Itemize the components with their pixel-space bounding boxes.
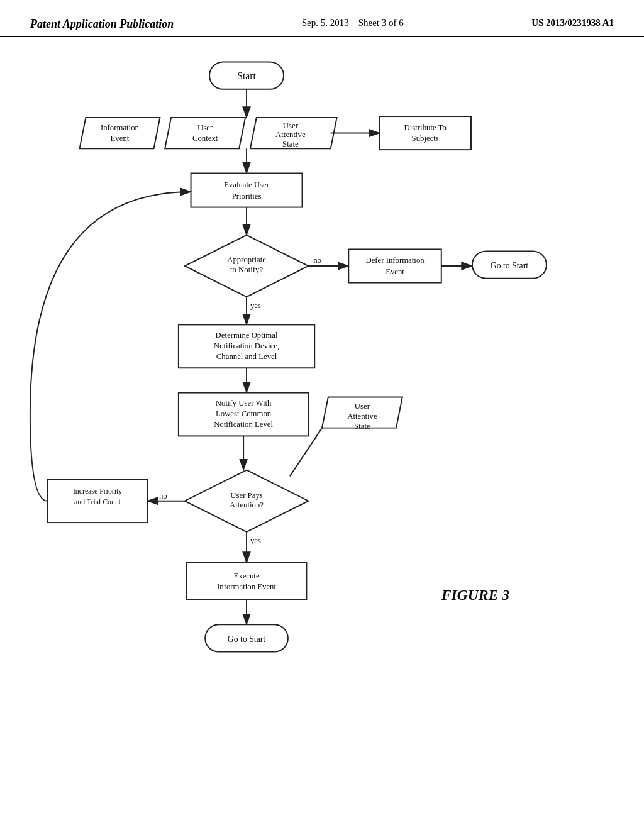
svg-text:User Pays: User Pays [230, 491, 262, 500]
svg-text:Go to Start: Go to Start [228, 634, 266, 644]
publication-date: Sep. 5, 2013 [302, 18, 349, 28]
svg-text:Defer Information: Defer Information [365, 256, 425, 265]
svg-text:Event: Event [386, 267, 404, 276]
svg-text:to Notify?: to Notify? [230, 265, 263, 274]
svg-text:no: no [313, 256, 321, 265]
svg-text:Execute: Execute [233, 572, 259, 580]
svg-text:and Trial Count: and Trial Count [74, 497, 121, 506]
svg-text:Notify User With: Notify User With [216, 399, 272, 407]
svg-text:Information Event: Information Event [217, 582, 276, 591]
svg-text:Appropriate: Appropriate [227, 255, 266, 264]
svg-text:Notification Device,: Notification Device, [214, 341, 279, 350]
svg-marker-7 [165, 118, 245, 148]
page-header: Patent Application Publication Sep. 5, 2… [0, 0, 644, 37]
svg-text:Distribute To: Distribute To [404, 123, 447, 132]
svg-text:yes: yes [250, 536, 261, 545]
svg-rect-19 [191, 174, 303, 208]
svg-text:FIGURE 3: FIGURE 3 [441, 587, 509, 603]
svg-text:Increase Priority: Increase Priority [73, 487, 122, 495]
svg-rect-28 [348, 249, 441, 282]
svg-text:User: User [197, 123, 213, 132]
svg-text:Lowest Common: Lowest Common [216, 409, 272, 418]
svg-text:Channel and Level: Channel and Level [216, 352, 277, 361]
svg-rect-61 [187, 563, 307, 600]
svg-text:Determine Optimal: Determine Optimal [216, 331, 278, 340]
svg-text:State: State [354, 422, 370, 431]
publication-title: Patent Application Publication [30, 18, 174, 31]
svg-text:Start: Start [237, 70, 256, 81]
svg-text:yes: yes [250, 301, 261, 310]
svg-text:User: User [355, 402, 370, 411]
svg-text:Attentive: Attentive [275, 130, 306, 139]
svg-text:Priorities: Priorities [232, 192, 262, 201]
svg-text:Information: Information [101, 123, 140, 132]
svg-text:Attentive: Attentive [347, 412, 377, 421]
svg-text:Notification Level: Notification Level [214, 420, 273, 429]
svg-text:Attention?: Attention? [230, 501, 264, 509]
svg-text:User: User [283, 121, 299, 130]
svg-text:no: no [159, 492, 167, 501]
publication-date-sheet: Sep. 5, 2013 Sheet 3 of 6 [302, 18, 404, 28]
svg-text:Context: Context [192, 134, 218, 143]
svg-text:Evaluate User: Evaluate User [224, 180, 270, 189]
patent-number: US 2013/0231938 A1 [531, 18, 614, 28]
sheet-info: Sheet 3 of 6 [358, 18, 404, 28]
svg-marker-4 [80, 118, 160, 148]
flowchart-diagram: Start Information Event User Context Use… [0, 43, 644, 785]
svg-text:Go to Start: Go to Start [491, 261, 529, 270]
svg-text:State: State [282, 140, 299, 148]
svg-rect-15 [379, 116, 471, 150]
svg-text:Event: Event [111, 134, 130, 143]
svg-text:Subjects: Subjects [412, 134, 439, 143]
